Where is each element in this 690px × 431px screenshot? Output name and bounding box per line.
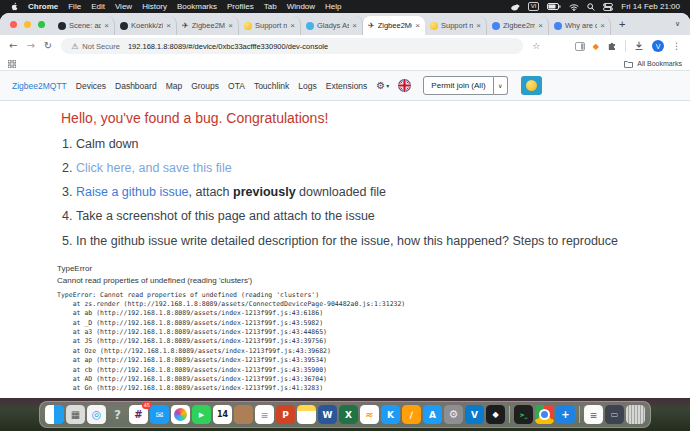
not-secure-warning-icon[interactable]: ⚠ [71, 42, 78, 51]
browser-tab[interactable]: Support ne× [239, 16, 301, 35]
bookmark-star-icon[interactable]: ☆ [532, 41, 540, 51]
tab-close-icon[interactable]: × [600, 21, 605, 30]
nav-logs[interactable]: Logs [298, 81, 316, 91]
dock-word-icon[interactable]: W [318, 405, 337, 424]
not-secure-label[interactable]: Not Secure [82, 42, 120, 51]
all-bookmarks[interactable]: All Bookmarks [624, 60, 682, 68]
z2m-brand-link[interactable]: Zigbee2MQTT [12, 81, 67, 91]
reload-icon[interactable]: ↻ [44, 41, 52, 51]
address-bar[interactable]: ⚠ Not Secure 192.168.1.8:8089/#/device/0… [61, 38, 523, 54]
tab-close-icon[interactable]: × [415, 21, 420, 30]
close-window-icon[interactable] [10, 21, 17, 28]
dock-excel-icon[interactable]: X [339, 405, 358, 424]
browser-tab[interactable]: Zigbee2mq× [487, 16, 549, 35]
apple-logo-icon[interactable] [10, 2, 18, 11]
dock-calendar-icon[interactable]: 14 [213, 405, 232, 424]
language-flag-icon[interactable] [398, 79, 411, 92]
dock-text-file-icon[interactable]: ≡ [584, 405, 603, 424]
browser-menu-icon[interactable]: ⋮ [672, 41, 681, 51]
sidepanel-extension-icon[interactable] [575, 42, 585, 51]
menubar-item-edit[interactable]: Edit [91, 2, 105, 11]
dock-slack-icon[interactable]: #45 [129, 405, 148, 424]
nav-map[interactable]: Map [166, 81, 183, 91]
dock-reminders-icon[interactable]: ≡ [255, 405, 274, 424]
nav-touchlink[interactable]: Touchlink [254, 81, 289, 91]
permit-join-dropdown-icon[interactable]: ∨ [494, 76, 508, 95]
save-state-link[interactable]: Click here, and save this file [76, 161, 232, 175]
dock-powerpoint-icon[interactable]: P [276, 405, 295, 424]
menubar-item-chrome[interactable]: Chrome [28, 2, 58, 11]
back-icon[interactable]: ← [9, 41, 17, 51]
new-tab-button[interactable]: + [619, 18, 625, 30]
menubar-clock[interactable]: Fri 14 Feb 21:00 [621, 2, 680, 11]
menubar-item-profiles[interactable]: Profiles [227, 2, 254, 11]
menubar-item-help[interactable]: Help [325, 2, 341, 11]
dock-photos-icon[interactable] [171, 405, 190, 424]
browser-tab[interactable]: Gladys Ass× [301, 16, 363, 35]
dock-finder-icon[interactable] [45, 405, 64, 424]
url-text[interactable]: 192.168.1.8:8089/#/device/0xbc33acfffe33… [128, 42, 328, 51]
extensions-puzzle-icon[interactable] [607, 41, 617, 51]
tab-close-icon[interactable]: × [352, 21, 357, 30]
nav-dashboard[interactable]: Dashboard [115, 81, 157, 91]
tab-close-icon[interactable]: × [104, 21, 109, 30]
settings-dropdown[interactable]: ⚙ ▾ [376, 80, 389, 91]
menubar-item-window[interactable]: Window [287, 2, 315, 11]
tab-close-icon[interactable]: × [538, 21, 543, 30]
control-center-icon[interactable] [603, 3, 613, 11]
dock-brown-app-icon[interactable] [234, 405, 253, 424]
browser-tab[interactable]: Why are de× [549, 16, 611, 35]
status-app-icon[interactable] [510, 3, 520, 11]
joke-button[interactable] [521, 76, 542, 95]
tab-close-icon[interactable]: × [476, 21, 481, 30]
metamask-icon[interactable]: ◆ [593, 42, 599, 51]
menubar-item-bookmarks[interactable]: Bookmarks [177, 2, 217, 11]
browser-tab[interactable]: Scene: add× [53, 16, 115, 35]
nav-ota[interactable]: OTA [228, 81, 245, 91]
dock-cube-app-icon[interactable]: ◆ [486, 405, 505, 424]
dock-missing-app-icon[interactable]: ? [108, 405, 127, 424]
tab-close-icon[interactable]: × [290, 21, 295, 30]
dock-mail-icon[interactable]: ✉ [150, 405, 169, 424]
battery-icon[interactable] [547, 3, 561, 10]
dock-launchpad-icon[interactable]: ▦ [66, 405, 85, 424]
profile-avatar[interactable]: V [652, 40, 664, 52]
forward-icon[interactable]: → [26, 41, 34, 51]
dock-devtools-icon[interactable]: + [556, 405, 575, 424]
tab-search-icon[interactable]: ∨ [675, 20, 684, 28]
minimize-window-icon[interactable] [24, 21, 31, 28]
tab-close-icon[interactable]: × [228, 21, 233, 30]
browser-tab[interactable]: Koenkk/zig× [115, 16, 177, 35]
dock-safari-icon[interactable]: ◎ [87, 405, 106, 424]
dock-keynote-icon[interactable]: K [381, 405, 400, 424]
dock-app-store-icon[interactable]: A [423, 405, 442, 424]
menubar-item-view[interactable]: View [115, 2, 132, 11]
dock-vscode-icon[interactable]: V [465, 405, 484, 424]
dock-chrome-icon[interactable] [535, 405, 554, 424]
dock-settings-icon[interactable]: ⚙ [444, 405, 463, 424]
apps-grid-icon[interactable] [8, 60, 16, 68]
dock-trash-icon[interactable] [626, 405, 645, 424]
vi-menu-badge[interactable]: VI [528, 2, 540, 11]
search-icon[interactable] [587, 3, 595, 11]
browser-tab[interactable]: Support ne× [425, 16, 487, 35]
dock-terminal-icon[interactable]: >_ [514, 405, 533, 424]
menubar-item-file[interactable]: File [68, 2, 81, 11]
dock-facetime-icon[interactable]: ▶ [192, 405, 211, 424]
browser-tab[interactable]: ✈Zigbee2MQ× [177, 16, 239, 35]
dock-screenshot-window-icon[interactable]: ▭ [605, 405, 624, 424]
tab-close-icon[interactable]: × [166, 21, 171, 30]
permit-join-button[interactable]: Permit join (All) [423, 76, 493, 95]
raise-issue-link[interactable]: Raise a github issue [76, 185, 189, 199]
browser-tab[interactable]: ✈Zigbee2MQ× [363, 16, 425, 35]
dock-notes-icon[interactable] [297, 405, 316, 424]
menubar-item-history[interactable]: History [142, 2, 167, 11]
wifi-icon[interactable] [569, 3, 579, 11]
dock-numbers-icon[interactable]: ≈ [360, 405, 379, 424]
nav-extensions[interactable]: Extensions [326, 81, 368, 91]
downloads-icon[interactable] [634, 41, 644, 51]
dock-pages-icon[interactable]: ∕ [402, 405, 421, 424]
nav-groups[interactable]: Groups [191, 81, 219, 91]
nav-devices[interactable]: Devices [76, 81, 106, 91]
menubar-item-tab[interactable]: Tab [264, 2, 277, 11]
